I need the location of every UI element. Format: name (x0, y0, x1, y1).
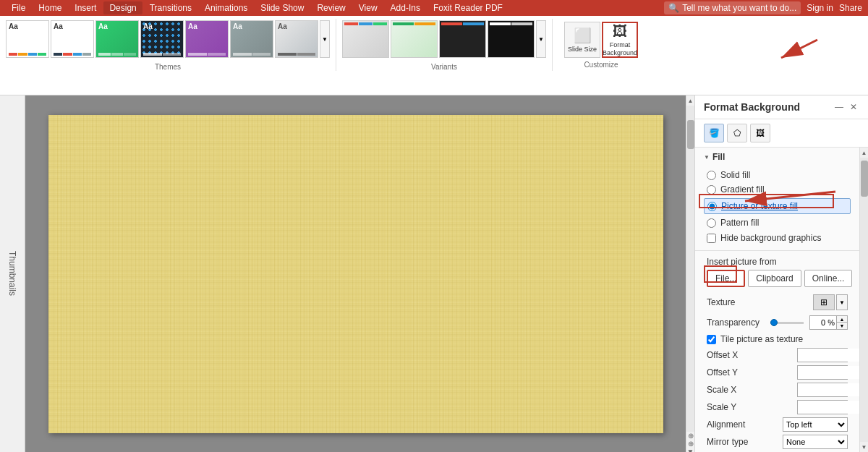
scroll-track[interactable] (686, 106, 694, 432)
slide-size-label: Slide Size (568, 46, 597, 54)
fill-section-label: Fill (712, 152, 725, 162)
theme-bar (9, 53, 17, 56)
pattern-fill-radio[interactable] (707, 218, 716, 228)
transparency-up-btn[interactable]: ▲ (837, 316, 847, 323)
scroll-down-btn[interactable]: ▼ (687, 448, 694, 452)
scale-y-input[interactable] (798, 401, 859, 414)
theme-bar (278, 53, 297, 56)
menu-bar: File Home Insert Design Transitions Anim… (0, 0, 868, 16)
theme-item-dark[interactable]: Aa (185, 20, 229, 58)
panel-collapse-btn[interactable]: — (833, 101, 845, 113)
menu-item-animations[interactable]: Animations (199, 1, 253, 14)
mirror-select[interactable]: None Horizontal Vertical Both (783, 435, 848, 449)
scale-x-input-box: ▲ ▼ (797, 383, 848, 397)
transparency-value-input[interactable] (810, 316, 836, 329)
signin-button[interactable]: Sign in (807, 3, 833, 13)
theme-item-gray[interactable]: Aa (275, 20, 318, 58)
menu-item-addins[interactable]: Add-Ins (385, 1, 426, 14)
menu-item-design[interactable]: Design (103, 1, 142, 14)
share-button[interactable]: Share (839, 3, 862, 13)
alignment-select[interactable]: Top left Top center Top right Center Bot… (783, 417, 848, 432)
clipboard-button[interactable]: Clipboard (748, 270, 801, 287)
texture-preview[interactable]: ⊞ (813, 294, 835, 310)
scale-x-input[interactable] (798, 383, 859, 396)
slide-size-button[interactable]: ⬜ Slide Size (564, 22, 600, 58)
thumbnails-label: Thumbnails (7, 251, 17, 296)
slide (48, 115, 663, 433)
tile-checkbox-row[interactable]: Tile picture as texture (695, 332, 859, 346)
offset-x-label: Offset X (707, 350, 757, 360)
online-button[interactable]: Online... (804, 270, 853, 287)
format-background-button[interactable]: 🖼 FormatBackground (602, 22, 638, 58)
thumbnails-panel[interactable]: Thumbnails (0, 95, 25, 452)
picture-fill-option[interactable]: Picture or texture fill (707, 200, 847, 212)
hide-background-option[interactable]: Hide background graphics (707, 231, 848, 244)
offset-y-row: Offset Y ▲ ▼ (695, 364, 859, 381)
theme-item-green[interactable]: Aa (95, 20, 139, 58)
menu-item-slideshow[interactable]: Slide Show (255, 1, 310, 14)
tile-checkbox[interactable] (707, 335, 716, 344)
variants-scroll-btn[interactable]: ▼ (536, 20, 546, 58)
mirror-row: Mirror type None Horizontal Vertical Bot… (695, 433, 859, 451)
solid-fill-radio[interactable] (707, 171, 716, 180)
theme-item-purple[interactable]: Aa (230, 20, 273, 58)
scroll-bottom-icon-2: ⊕ (688, 440, 694, 448)
scale-y-label: Scale Y (707, 402, 757, 412)
panel-icons-row: 🪣 ⬠ 🖼 (695, 119, 868, 148)
transparency-slider[interactable] (770, 322, 804, 324)
search-placeholder: Tell me what you want to do... (682, 3, 796, 13)
themes-scroll-btn[interactable]: ▼ (320, 20, 330, 58)
scroll-bottom-controls[interactable]: ⊕ ⊕ ▼ (686, 432, 694, 452)
theme-label-gray: Aa (276, 21, 318, 32)
panel-close-btn[interactable]: ✕ (848, 101, 859, 113)
variant-item-3[interactable] (439, 20, 486, 58)
menu-item-home[interactable]: Home (33, 1, 67, 14)
mirror-label: Mirror type (707, 437, 757, 447)
theme-bar (111, 53, 124, 56)
fill-icon-btn[interactable]: 🪣 (704, 124, 724, 142)
theme-item-default[interactable]: Aa (6, 20, 49, 58)
scale-y-input-box: ▲ ▼ (797, 400, 848, 414)
effects-icon-btn[interactable]: ⬠ (727, 124, 747, 142)
menu-item-view[interactable]: View (353, 1, 383, 14)
slider-thumb (770, 319, 778, 326)
hide-background-checkbox[interactable] (707, 234, 716, 243)
menu-item-insert[interactable]: Insert (69, 1, 102, 14)
picture-icon-btn[interactable]: 🖼 (750, 124, 770, 142)
offset-x-input[interactable] (798, 349, 859, 362)
picture-fill-radio[interactable] (707, 202, 717, 211)
search-bar[interactable]: 🔍 Tell me what you want to do... (664, 1, 801, 14)
fill-bucket-icon: 🪣 (709, 128, 720, 138)
file-button[interactable]: File... (707, 270, 745, 287)
scroll-up-btn[interactable]: ▲ (686, 95, 694, 106)
menu-item-transitions[interactable]: Transitions (144, 1, 197, 14)
panel-scroll-track[interactable] (860, 158, 868, 442)
texture-picker[interactable]: ⊞ ▼ (813, 294, 848, 310)
pattern-fill-option[interactable]: Pattern fill (707, 217, 848, 229)
theme-bar (297, 53, 316, 56)
solid-fill-option[interactable]: Solid fill (707, 169, 848, 181)
gradient-fill-option[interactable]: Gradient fill (707, 184, 848, 195)
panel-scroll-down[interactable]: ▼ (860, 442, 868, 452)
format-bg-label: FormatBackground (603, 41, 637, 57)
menu-item-review[interactable]: Review (311, 1, 351, 14)
transparency-down-btn[interactable]: ▼ (837, 323, 847, 329)
offset-y-input[interactable] (798, 366, 859, 379)
search-icon: 🔍 (668, 3, 679, 13)
scroll-thumb (687, 120, 694, 149)
fill-section-header[interactable]: ▼ Fill (695, 148, 859, 166)
chevron-down-icon: ▼ (538, 36, 544, 43)
variant-item-4[interactable] (488, 20, 535, 58)
variants-label: Variants (431, 61, 457, 71)
variant-item-2[interactable] (391, 20, 438, 58)
menu-item-foxit[interactable]: Foxit Reader PDF (427, 1, 509, 14)
gradient-fill-radio[interactable] (707, 185, 716, 195)
theme-item-dots[interactable]: Aa (140, 20, 184, 58)
picture-fill-highlight: Picture or texture fill (704, 198, 851, 214)
menu-item-file[interactable]: File (6, 1, 31, 14)
panel-scroll-up[interactable]: ▲ (860, 148, 868, 158)
theme-bars-default (7, 51, 48, 57)
variant-item-1[interactable] (342, 20, 389, 58)
theme-item-office[interactable]: Aa (51, 20, 94, 58)
texture-dropdown-btn[interactable]: ▼ (836, 294, 848, 310)
